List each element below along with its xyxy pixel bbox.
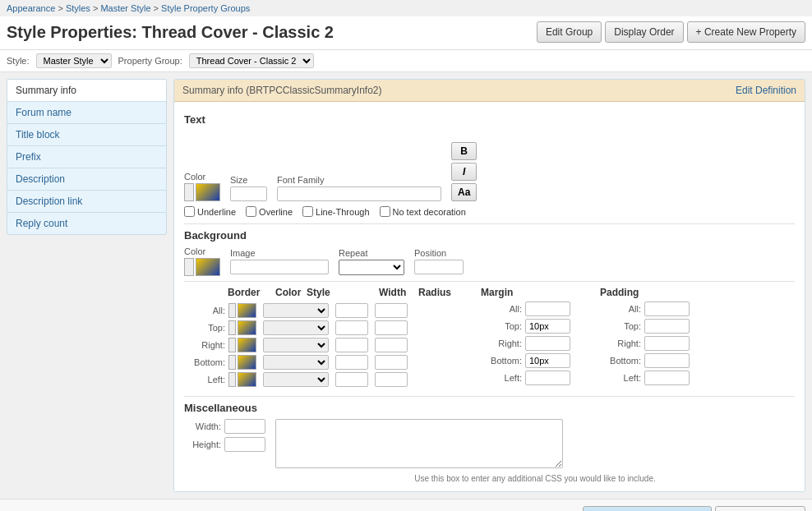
- font-family-group: Font Family: [277, 175, 441, 201]
- display-order-button[interactable]: Display Order: [605, 21, 683, 43]
- margin-left-input[interactable]: [525, 371, 570, 385]
- margin-title: Margin: [481, 287, 570, 298]
- padding-left-input[interactable]: [644, 371, 690, 385]
- bg-position-input[interactable]: [414, 260, 464, 274]
- line-through-checkbox[interactable]: [302, 206, 313, 217]
- property-group-select[interactable]: Thread Cover - Classic 2: [189, 53, 314, 68]
- margin-left-row: Left:: [481, 371, 570, 385]
- border-left-color-picker[interactable]: [228, 372, 236, 387]
- bg-image-label: Image: [230, 248, 329, 258]
- padding-bottom-input[interactable]: [644, 353, 690, 368]
- border-all-width-input[interactable]: [335, 303, 368, 318]
- border-color-header: Color: [275, 287, 300, 298]
- page-header: Style Properties: Thread Cover - Classic…: [0, 16, 812, 50]
- border-bottom-radius-input[interactable]: [375, 355, 408, 370]
- overline-label[interactable]: Overline: [246, 206, 293, 217]
- border-bottom-style-select[interactable]: [263, 355, 329, 370]
- border-left-color-swatch[interactable]: [238, 372, 256, 387]
- misc-width-input[interactable]: [224, 419, 265, 434]
- padding-title: Padding: [600, 287, 690, 298]
- text-decoration-row: Underline Overline Line-Through No text …: [184, 206, 795, 217]
- margin-right-label: Right:: [481, 338, 522, 348]
- border-right-color-picker[interactable]: [228, 338, 236, 352]
- no-decoration-label[interactable]: No text decoration: [380, 206, 466, 217]
- color-picker-icon[interactable]: [184, 183, 194, 201]
- border-right-radius-input[interactable]: [375, 338, 408, 352]
- bg-position-label: Position: [414, 248, 464, 258]
- sidebar-item-description-link[interactable]: Description link: [7, 190, 167, 212]
- bold-button[interactable]: B: [451, 142, 477, 160]
- padding-right-label: Right:: [600, 338, 641, 348]
- content-panel: Summary info (BRTPCClassicSummaryInfo2) …: [173, 79, 805, 492]
- border-bottom-color-swatch[interactable]: [238, 355, 256, 370]
- border-top-color-picker[interactable]: [228, 320, 236, 335]
- border-left-radius-input[interactable]: [375, 372, 408, 387]
- border-all-style-select[interactable]: [263, 303, 329, 318]
- margin-top-input[interactable]: [525, 319, 570, 334]
- padding-bottom-row: Bottom:: [600, 353, 690, 368]
- style-select[interactable]: Master Style: [36, 53, 112, 68]
- border-right-color-swatch[interactable]: [238, 338, 256, 352]
- bg-position-group: Position: [414, 248, 464, 274]
- sidebar-item-description[interactable]: Description: [7, 168, 167, 190]
- border-all-color-picker[interactable]: [228, 303, 236, 318]
- padding-top-input[interactable]: [644, 319, 690, 334]
- sidebar-item-forum-name[interactable]: Forum name: [7, 101, 167, 123]
- bg-image-group: Image: [230, 248, 329, 274]
- border-right-style-select[interactable]: [263, 338, 329, 352]
- border-right-width-input[interactable]: [335, 338, 368, 352]
- border-top-color-swatch[interactable]: [238, 320, 256, 335]
- background-row: Color Image Repeat Pos: [184, 246, 795, 276]
- bg-color-picker-icon[interactable]: [184, 258, 194, 276]
- case-button[interactable]: Aa: [451, 183, 477, 201]
- border-top-label: Top:: [184, 323, 225, 333]
- text-color-swatch[interactable]: [196, 183, 220, 201]
- sidebar-item-title-block[interactable]: Title block: [7, 123, 167, 145]
- bg-divider: [184, 281, 795, 282]
- bg-repeat-select[interactable]: [339, 260, 404, 275]
- breadcrumb-styles[interactable]: Styles: [66, 3, 90, 13]
- border-all-color-swatch[interactable]: [238, 303, 256, 318]
- breadcrumb-appearance[interactable]: Appearance: [7, 3, 55, 13]
- border-top-radius-input[interactable]: [375, 320, 408, 335]
- border-all-radius-input[interactable]: [375, 303, 408, 318]
- padding-all-row: All:: [600, 302, 690, 316]
- border-top-width-input[interactable]: [335, 320, 368, 335]
- border-left-style-select[interactable]: [263, 372, 329, 387]
- update-style-properties-button[interactable]: Update Style Properties: [583, 506, 712, 511]
- no-decoration-checkbox[interactable]: [380, 206, 390, 217]
- border-top-style-select[interactable]: [263, 320, 329, 335]
- edit-group-button[interactable]: Edit Group: [537, 21, 602, 43]
- margin-all-input[interactable]: [525, 302, 570, 316]
- text-size-group: Size: [230, 175, 267, 201]
- border-bottom-color-picker[interactable]: [228, 355, 236, 370]
- misc-height-input[interactable]: [224, 437, 265, 452]
- underline-label[interactable]: Underline: [184, 206, 236, 217]
- sidebar-item-summary-info[interactable]: Summary info: [7, 79, 167, 101]
- border-bottom-width-input[interactable]: [335, 355, 368, 370]
- bg-image-input[interactable]: [230, 260, 329, 274]
- sidebar-item-reply-count[interactable]: Reply count: [7, 212, 167, 235]
- border-all-row: All:: [184, 303, 451, 318]
- edit-definition-link[interactable]: Edit Definition: [736, 85, 796, 96]
- text-size-input[interactable]: [230, 186, 267, 201]
- underline-checkbox[interactable]: [184, 206, 195, 217]
- padding-all-input[interactable]: [644, 302, 690, 316]
- css-textarea[interactable]: [275, 419, 563, 468]
- create-new-property-button[interactable]: + Create New Property: [687, 21, 805, 43]
- undo-changes-button[interactable]: Undo Changes: [715, 506, 805, 511]
- breadcrumb-master-style[interactable]: Master Style: [100, 3, 150, 13]
- overline-checkbox[interactable]: [246, 206, 256, 217]
- italic-button[interactable]: I: [451, 163, 477, 181]
- line-through-label[interactable]: Line-Through: [302, 206, 369, 217]
- text-size-label: Size: [230, 175, 267, 185]
- margin-bottom-input[interactable]: [525, 353, 570, 368]
- margin-right-input[interactable]: [525, 336, 570, 351]
- border-left-width-input[interactable]: [335, 372, 368, 387]
- panel-header: Summary info (BRTPCClassicSummaryInfo2) …: [174, 80, 805, 102]
- font-family-input[interactable]: [277, 186, 441, 201]
- bg-color-swatch[interactable]: [196, 258, 220, 276]
- padding-right-input[interactable]: [644, 336, 690, 351]
- breadcrumb-property-groups[interactable]: Style Property Groups: [161, 3, 250, 13]
- sidebar-item-prefix[interactable]: Prefix: [7, 145, 167, 168]
